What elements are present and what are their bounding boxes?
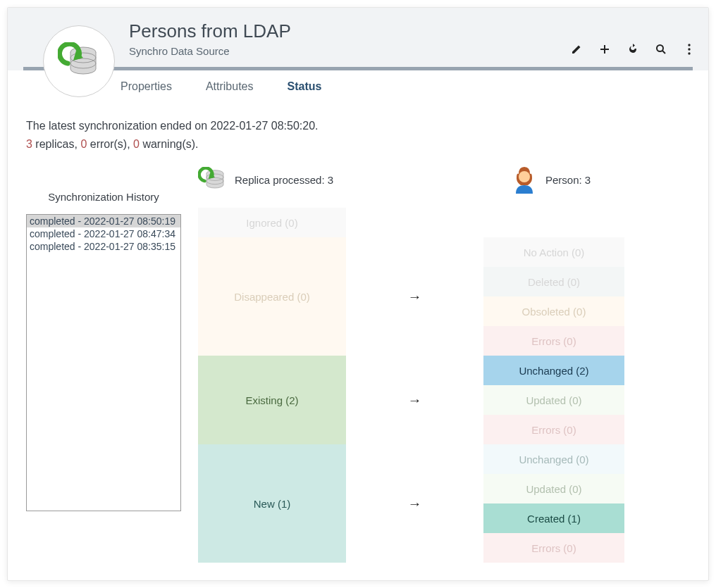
tab-properties[interactable]: Properties — [121, 80, 172, 93]
summary-errors-count: 0 — [80, 138, 87, 150]
tab-status[interactable]: Status — [288, 80, 322, 93]
summary-timestamp: 2022-01-27 08:50:20 — [211, 120, 316, 132]
summary-warnings-count: 0 — [133, 138, 140, 150]
existing-errors-cell[interactable]: Errors (0) — [483, 415, 624, 444]
obsoleted-cell[interactable]: Obsoleted (0) — [483, 296, 624, 326]
history-item[interactable]: completed - 2022-01-27 08:47:34 — [27, 227, 180, 240]
add-icon[interactable] — [598, 43, 611, 56]
refresh-icon[interactable] — [626, 43, 639, 56]
svg-point-6 — [688, 44, 690, 46]
arrow-icon: → — [346, 444, 483, 563]
replica-header: Replica processed: 3 — [235, 174, 333, 186]
tab-attributes[interactable]: Attributes — [206, 80, 254, 93]
deleted-cell[interactable]: Deleted (0) — [483, 267, 624, 296]
svg-line-5 — [662, 51, 665, 54]
disappeared-errors-cell[interactable]: Errors (0) — [483, 326, 624, 356]
svg-point-8 — [688, 52, 690, 54]
summary-errors-label: error(s), — [87, 138, 133, 150]
source-icon — [43, 25, 115, 97]
history-listbox[interactable]: completed - 2022-01-27 08:50:19 complete… — [26, 214, 181, 511]
replica-icon — [198, 167, 226, 192]
summary-replicas-count: 3 — [26, 138, 32, 150]
summary-prefix: The latest synchronization ended on — [26, 120, 211, 132]
ignored-box[interactable]: Ignored (0) — [198, 208, 346, 237]
header-toolbar — [570, 43, 696, 56]
arrow-icon: → — [346, 356, 483, 444]
edit-icon[interactable] — [570, 43, 583, 56]
summary-replicas-label: replicas, — [32, 138, 80, 150]
new-errors-cell[interactable]: Errors (0) — [483, 533, 624, 563]
person-header: Person: 3 — [545, 174, 591, 186]
history-heading: Synchronization History — [26, 191, 181, 203]
person-icon — [512, 165, 537, 194]
status-panel: The latest synchronization ended on 2022… — [8, 103, 708, 577]
noaction-cell[interactable]: No Action (0) — [483, 237, 624, 267]
new-created-cell[interactable]: Created (1) — [483, 503, 624, 533]
existing-unchanged-cell[interactable]: Unchanged (2) — [483, 356, 624, 385]
sync-source-card: Persons from LDAP Synchro Data Source — [7, 7, 709, 581]
new-updated-cell[interactable]: Updated (0) — [483, 474, 624, 503]
svg-point-7 — [688, 48, 690, 50]
summary-warnings-label: warning(s). — [140, 138, 199, 150]
history-item[interactable]: completed - 2022-01-27 08:50:19 — [27, 215, 180, 227]
search-icon[interactable] — [655, 43, 667, 56]
svg-point-13 — [519, 171, 530, 182]
page-title: Persons from LDAP — [129, 20, 693, 42]
existing-box[interactable]: Existing (2) — [198, 356, 346, 444]
more-icon[interactable] — [683, 43, 696, 56]
summary-suffix: . — [315, 120, 318, 132]
new-unchanged-cell[interactable]: Unchanged (0) — [483, 444, 624, 474]
arrow-icon: → — [346, 237, 483, 356]
svg-point-4 — [657, 45, 663, 51]
disappeared-box[interactable]: Disappeared (0) — [198, 237, 346, 356]
sync-summary: The latest synchronization ended on 2022… — [26, 117, 690, 153]
history-item[interactable]: completed - 2022-01-27 08:35:15 — [27, 240, 180, 253]
new-box[interactable]: New (1) — [198, 444, 346, 563]
tab-bar: Properties Attributes Status — [8, 70, 708, 103]
card-header: Persons from LDAP Synchro Data Source — [8, 8, 708, 70]
existing-updated-cell[interactable]: Updated (0) — [483, 385, 624, 415]
